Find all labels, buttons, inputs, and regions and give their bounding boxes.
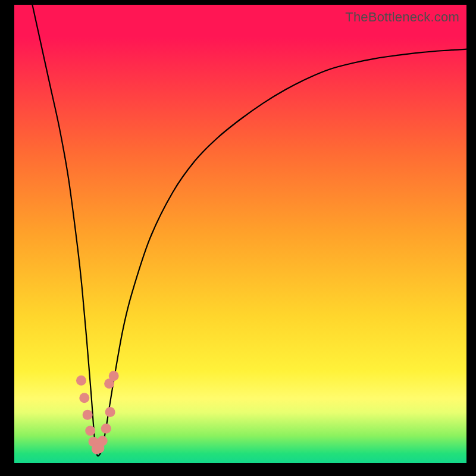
marker-dot — [76, 375, 86, 386]
marker-dot — [101, 424, 111, 434]
plot-area: TheBottleneck.com — [14, 5, 466, 463]
chart-frame: TheBottleneck.com — [0, 0, 476, 476]
marker-dot — [109, 371, 119, 381]
marker-dot — [83, 410, 93, 420]
bottleneck-curve — [32, 5, 466, 456]
marker-dot — [79, 393, 89, 403]
marker-dots — [76, 371, 119, 454]
marker-dot — [85, 426, 95, 436]
marker-dot — [98, 436, 108, 446]
curve-layer — [14, 5, 466, 463]
marker-dot — [105, 407, 115, 417]
